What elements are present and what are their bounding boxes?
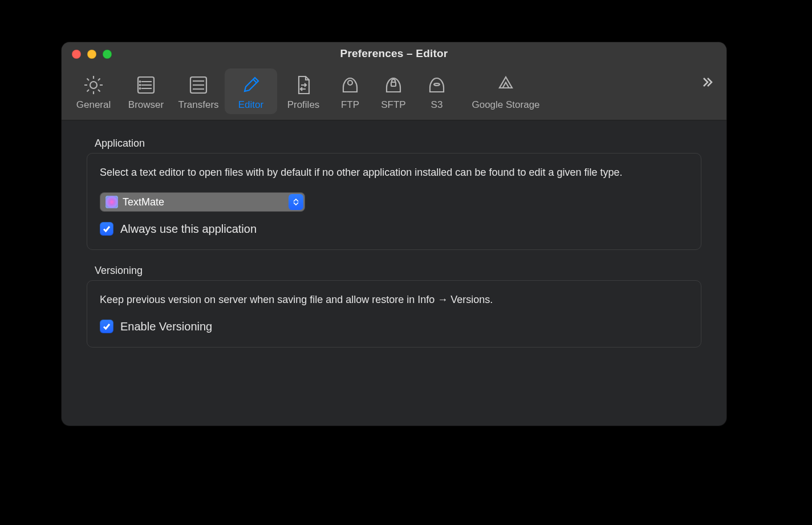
gear-icon <box>80 72 107 98</box>
toolbar-item-label: SFTP <box>381 99 405 111</box>
toolbar-item-ftp[interactable]: FTP <box>330 68 371 114</box>
versioning-section: Keep previous version on server when sav… <box>87 280 701 348</box>
application-description: Select a text editor to open files with … <box>100 165 688 180</box>
svg-line-12 <box>253 79 257 83</box>
toolbar-item-browser[interactable]: Browser <box>120 68 172 114</box>
enable-versioning-checkbox[interactable] <box>100 320 113 333</box>
document-arrows-icon <box>290 72 316 98</box>
disk-ftp-icon <box>337 72 363 98</box>
svg-point-13 <box>348 80 352 85</box>
svg-point-5 <box>140 81 141 82</box>
toolbar-item-label: Editor <box>238 99 263 111</box>
toolbar-item-google-storage[interactable]: Google Storage <box>457 68 554 114</box>
toolbar-item-sftp[interactable]: SFTP <box>371 68 416 114</box>
toolbar-item-label: Browser <box>128 99 164 111</box>
svg-rect-14 <box>391 82 396 86</box>
svg-point-0 <box>90 82 97 88</box>
always-use-label: Always use this application <box>120 223 257 236</box>
preferences-window: Preferences – Editor General Browser Tra… <box>62 42 726 426</box>
list-icon <box>133 72 159 98</box>
toolbar-item-label: Profiles <box>287 99 320 111</box>
always-use-checkbox[interactable] <box>100 222 113 236</box>
disk-lock-icon <box>380 72 407 98</box>
application-section: Select a text editor to open files with … <box>87 153 701 250</box>
window-title: Preferences – Editor <box>70 47 718 60</box>
toolbar-item-label: Google Storage <box>472 99 539 111</box>
svg-point-6 <box>140 84 141 86</box>
versioning-section-title: Versioning <box>95 265 701 277</box>
editor-application-selected: TextMate <box>123 196 164 208</box>
toolbar-item-transfers[interactable]: Transfers <box>172 68 225 114</box>
versioning-description: Keep previous version on server when sav… <box>100 292 688 307</box>
toolbar-item-label: FTP <box>341 99 359 111</box>
transfers-icon <box>185 72 212 98</box>
svg-point-7 <box>140 88 141 89</box>
toolbar-item-profiles[interactable]: Profiles <box>277 68 330 114</box>
google-storage-icon <box>493 72 519 98</box>
toolbar-overflow-button[interactable] <box>700 75 714 93</box>
zoom-button[interactable] <box>103 50 112 59</box>
enable-versioning-label: Enable Versioning <box>120 320 212 333</box>
disk-s3-icon <box>424 72 450 98</box>
toolbar-item-label: S3 <box>431 99 443 111</box>
enable-versioning-row: Enable Versioning <box>100 320 688 333</box>
toolbar-item-general[interactable]: General <box>67 68 120 114</box>
traffic-lights <box>72 50 112 59</box>
toolbar-item-label: General <box>76 99 111 111</box>
toolbar-item-s3[interactable]: S3 <box>416 68 457 114</box>
titlebar: Preferences – Editor <box>62 42 726 65</box>
toolbar-item-label: Transfers <box>178 99 218 111</box>
pencil-icon <box>238 72 264 98</box>
always-use-row: Always use this application <box>100 222 688 236</box>
toolbar-item-editor[interactable]: Editor <box>225 68 277 114</box>
content-area: Application Select a text editor to open… <box>62 120 726 385</box>
popup-stepper-icon <box>289 194 303 210</box>
editor-application-popup[interactable]: TextMate <box>100 192 305 212</box>
textmate-app-icon <box>105 196 118 208</box>
application-section-title: Application <box>95 138 701 150</box>
minimize-button[interactable] <box>87 50 96 59</box>
close-button[interactable] <box>72 50 81 59</box>
toolbar: General Browser Transfers Editor Profile <box>62 65 726 120</box>
